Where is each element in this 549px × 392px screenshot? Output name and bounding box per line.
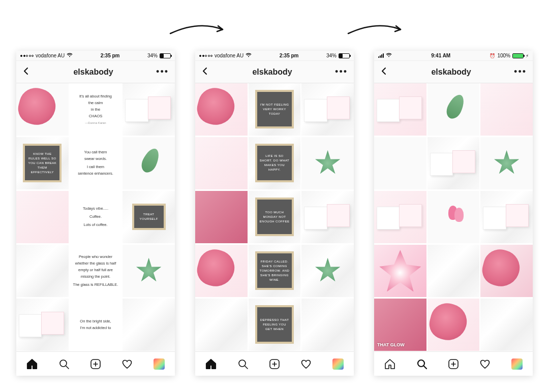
grid-post[interactable] (374, 137, 426, 189)
post-text-line: I'm not addicted to (80, 325, 111, 331)
grid-post[interactable] (480, 83, 533, 136)
letterboard-sign: TREAT YOURSELF (132, 204, 166, 230)
grid-post[interactable]: It's all about findingthe calmin theCHAO… (70, 83, 122, 136)
grid-post[interactable]: People who wonderwhether the glass is ha… (70, 245, 122, 297)
grid-post[interactable] (16, 83, 69, 136)
nav-header: elskabody••• (195, 61, 354, 83)
grid-post[interactable] (195, 191, 248, 243)
letterboard-sign: TOO MUCH MONDAY NOT ENOUGH COFFEE (255, 198, 294, 236)
back-button[interactable] (22, 67, 30, 77)
battery-icon (339, 53, 350, 58)
grid-post[interactable] (480, 245, 533, 297)
tab-add-post[interactable] (89, 358, 102, 370)
grid-post[interactable] (195, 245, 248, 297)
tab-home[interactable] (384, 358, 396, 370)
grid-post[interactable] (301, 137, 354, 189)
post-text-author: —Donna Karan (85, 121, 106, 125)
svg-point-2 (239, 360, 246, 367)
tab-activity[interactable] (300, 358, 312, 370)
grid-post[interactable] (374, 83, 426, 136)
grid-post[interactable] (301, 299, 354, 351)
grid-post[interactable] (428, 299, 480, 351)
more-options-button[interactable]: ••• (514, 67, 527, 77)
profile-username: elskabody (252, 68, 292, 77)
status-bar: vodafone AU2:35 pm34% (16, 51, 175, 61)
grid-post[interactable]: Todays vibe.....Coffee.Lots of coffee. (70, 191, 122, 243)
nav-header: elskabody••• (374, 61, 533, 83)
grid-post[interactable] (428, 191, 480, 243)
grid-post[interactable] (123, 137, 175, 189)
post-text-line: the calm (88, 101, 103, 106)
grid-post[interactable]: LIFE IS SO SHORT. DO WHAT MAKES YOU HAPP… (249, 137, 301, 189)
wifi-icon (386, 53, 392, 58)
grid-post[interactable] (16, 191, 69, 243)
grid-post[interactable] (480, 299, 533, 351)
phone-screenshot-2: vodafone AU2:35 pm34%elskabody•••I'M NOT… (195, 51, 354, 376)
tab-home[interactable] (26, 358, 38, 370)
profile-username: elskabody (431, 68, 471, 77)
letterboard-sign: KNOW THE RULES WELL SO YOU CAN BREAK THE… (23, 144, 62, 182)
tab-search[interactable] (237, 358, 249, 370)
post-grid[interactable]: I'M NOT FEELING VERY WORKY TODAYLIFE IS … (195, 83, 354, 351)
grid-post[interactable] (195, 83, 248, 136)
grid-post[interactable]: KNOW THE RULES WELL SO YOU CAN BREAK THE… (16, 137, 69, 189)
grid-post[interactable] (374, 191, 426, 243)
grid-post[interactable] (123, 83, 175, 136)
more-options-button[interactable]: ••• (156, 67, 169, 77)
status-bar: 9:41 AM⏰100%⚡︎ (374, 51, 533, 61)
tab-home[interactable] (205, 358, 217, 370)
grid-post[interactable]: DEPRESSO THAT FEELING YOU GET WHEN (249, 299, 301, 351)
back-button[interactable] (380, 67, 388, 77)
tab-search[interactable] (416, 358, 428, 370)
carrier-label: vodafone AU (215, 53, 243, 58)
grid-post[interactable] (123, 299, 175, 351)
grid-post[interactable]: You call themswear words.I call themsent… (70, 137, 122, 189)
post-text-line: sentence enhancers. (78, 171, 113, 176)
tab-activity[interactable] (121, 358, 133, 370)
carrier-label: vodafone AU (36, 53, 65, 58)
preview-app-icon (332, 358, 344, 370)
grid-post[interactable] (301, 191, 354, 243)
grid-post[interactable] (480, 137, 533, 189)
grid-post[interactable] (428, 245, 480, 297)
grid-post[interactable] (374, 245, 426, 297)
tab-activity[interactable] (479, 358, 491, 370)
post-text-line: It's all about finding (79, 94, 112, 99)
post-grid[interactable]: It's all about findingthe calmin theCHAO… (16, 83, 175, 351)
grid-post[interactable] (195, 299, 248, 351)
tab-preview-app[interactable] (332, 358, 344, 370)
grid-post[interactable]: FRIDAY CALLED. SHE'S COMING TOMORROW. AN… (249, 245, 301, 297)
grid-post[interactable] (428, 83, 480, 136)
tab-add-post[interactable] (268, 358, 281, 370)
grid-post[interactable] (301, 245, 354, 297)
tab-add-post[interactable] (447, 358, 460, 370)
post-text-line: Coffee. (89, 214, 102, 219)
phone-screenshot-1: vodafone AU2:35 pm34%elskabody•••It's al… (16, 51, 175, 376)
grid-post[interactable]: I'M NOT FEELING VERY WORKY TODAY (249, 83, 301, 136)
grid-post[interactable] (16, 299, 69, 351)
svg-point-4 (418, 360, 424, 367)
letterboard-sign: FRIDAY CALLED. SHE'S COMING TOMORROW. AN… (255, 251, 294, 290)
tab-preview-app[interactable] (511, 358, 523, 370)
grid-post[interactable] (16, 245, 69, 297)
grid-post[interactable] (480, 191, 533, 243)
svg-point-0 (60, 360, 67, 367)
grid-post[interactable]: TREAT YOURSELF (123, 191, 175, 243)
post-text-line: Lots of coffee. (84, 222, 108, 227)
signal-dots-icon (199, 55, 212, 57)
grid-post[interactable]: THAT GLOW (374, 299, 426, 351)
battery-percent: 34% (147, 53, 158, 58)
back-button[interactable] (201, 67, 209, 77)
tab-preview-app[interactable] (153, 358, 165, 370)
post-text-line: The glass is REFILLABLE. (73, 282, 118, 287)
grid-post[interactable] (301, 83, 354, 136)
grid-post[interactable] (195, 137, 248, 189)
tab-search[interactable] (58, 358, 70, 370)
grid-post[interactable] (428, 137, 480, 189)
comparison-stage: vodafone AU2:35 pm34%elskabody•••It's al… (0, 0, 549, 392)
post-grid[interactable]: THAT GLOW (374, 83, 533, 351)
grid-post[interactable] (123, 245, 175, 297)
more-options-button[interactable]: ••• (335, 67, 348, 77)
grid-post[interactable]: On the bright side,I'm not addicted to (70, 299, 122, 351)
grid-post[interactable]: TOO MUCH MONDAY NOT ENOUGH COFFEE (249, 191, 301, 243)
